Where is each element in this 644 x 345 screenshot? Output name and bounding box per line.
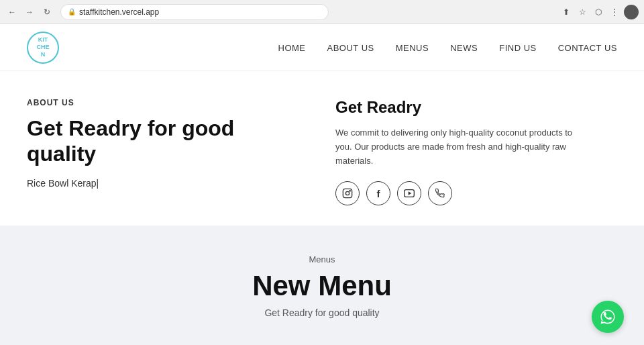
nav-findus[interactable]: FIND US [499, 43, 537, 53]
url-text: staffkitchen.vercel.app [79, 7, 159, 17]
about-right-desc: We commit to delivering only high-qualit… [335, 126, 590, 168]
about-label: ABOUT US [27, 98, 309, 107]
about-subtext: Rice Bowl Kerap| [27, 178, 309, 189]
nav-contact[interactable]: CONTACT US [558, 43, 617, 53]
navbar: KITCHEN HOME ABOUT US MENUS NEWS FIND US… [0, 24, 644, 71]
nav-about[interactable]: ABOUT US [327, 43, 374, 53]
svg-point-2 [350, 191, 350, 191]
about-right: Get Readry We commit to delivering only … [335, 98, 617, 205]
about-right-title: Get Readry [335, 98, 617, 117]
svg-marker-4 [409, 192, 412, 195]
phone-icon[interactable] [428, 181, 452, 205]
user-avatar[interactable] [624, 5, 639, 19]
lock-icon: 🔒 [68, 8, 76, 15]
logo[interactable]: KITCHEN [27, 32, 59, 64]
whatsapp-fab[interactable] [592, 301, 624, 333]
facebook-icon[interactable]: f [366, 181, 390, 205]
nav-links: HOME ABOUT US MENUS NEWS FIND US CONTACT… [278, 42, 617, 54]
browser-actions: ⬆ ☆ ⬡ ⋮ [559, 5, 639, 19]
svg-point-1 [345, 192, 349, 195]
about-section: ABOUT US Get Readry for good quality Ric… [0, 71, 644, 226]
share-button[interactable]: ⬆ [559, 5, 573, 19]
refresh-button[interactable]: ↻ [40, 5, 54, 19]
nav-home[interactable]: HOME [278, 43, 306, 53]
browser-chrome: ← → ↻ 🔒 staffkitchen.vercel.app ⬆ ☆ ⬡ ⋮ [0, 0, 644, 24]
svg-rect-0 [343, 189, 352, 198]
menus-label: Menus [309, 254, 335, 264]
back-button[interactable]: ← [5, 5, 19, 19]
about-left: ABOUT US Get Readry for good quality Ric… [27, 98, 335, 205]
address-bar[interactable]: 🔒 staffkitchen.vercel.app [60, 4, 329, 20]
website: KITCHEN HOME ABOUT US MENUS NEWS FIND US… [0, 24, 644, 345]
instagram-icon[interactable] [335, 181, 360, 205]
menus-title: New Menu [252, 270, 392, 302]
menus-subtitle: Get Readry for good quality [264, 307, 379, 318]
about-heading: Get Readry for good quality [27, 115, 309, 167]
nav-news[interactable]: NEWS [450, 43, 478, 53]
nav-menus[interactable]: MENUS [396, 43, 429, 53]
youtube-icon[interactable] [397, 181, 421, 205]
menus-section: Menus New Menu Get Readry for good quali… [0, 226, 644, 345]
bookmark-button[interactable]: ☆ [576, 5, 589, 19]
forward-button[interactable]: → [23, 5, 36, 19]
more-button[interactable]: ⋮ [608, 5, 621, 19]
social-icons: f [335, 181, 617, 205]
extension-button[interactable]: ⬡ [592, 5, 605, 19]
